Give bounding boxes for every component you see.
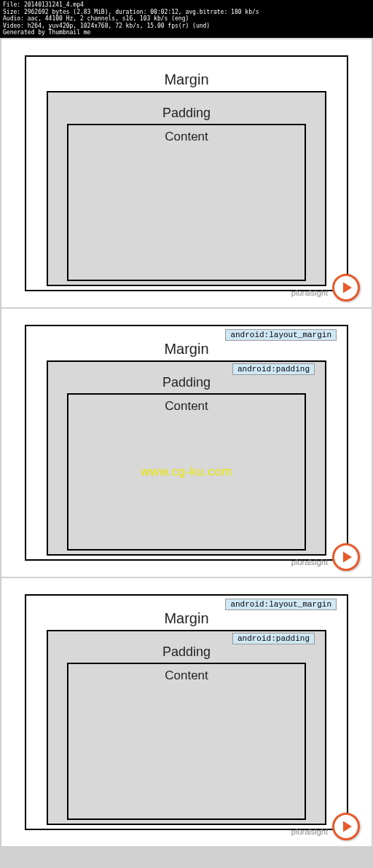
content-label: Content: [68, 664, 305, 683]
slide-1: Margin Padding Content pluralsight: [1, 39, 372, 307]
margin-box: android:layout_margin Margin android:pad…: [25, 325, 348, 561]
play-icon: [341, 820, 354, 833]
play-icon: [341, 281, 354, 294]
play-icon: [341, 551, 354, 564]
padding-code-badge: android:padding: [232, 363, 315, 375]
padding-box: android:padding Padding Content www.cg-k…: [47, 360, 326, 556]
play-button[interactable]: [332, 543, 360, 571]
margin-label: Margin: [47, 610, 326, 627]
padding-box: android:padding Padding Content: [47, 630, 326, 825]
brand-label: pluralsight: [291, 827, 328, 836]
content-box: Content www.cg-ku.com: [67, 393, 306, 551]
slide-2: android:layout_margin Margin android:pad…: [1, 309, 372, 577]
content-label: Content: [68, 125, 305, 144]
padding-box: Padding Content: [47, 91, 326, 286]
padding-label: Padding: [67, 375, 306, 390]
play-button[interactable]: [332, 813, 360, 840]
slide-3: android:layout_margin Margin android:pad…: [1, 578, 372, 846]
margin-code-badge: android:layout_margin: [225, 599, 337, 610]
brand-label: pluralsight: [291, 558, 328, 567]
margin-box: Margin Padding Content: [25, 55, 348, 291]
margin-box: android:layout_margin Margin android:pad…: [25, 594, 348, 830]
padding-code-badge: android:padding: [232, 633, 315, 644]
padding-label: Padding: [67, 106, 306, 121]
play-button[interactable]: [332, 274, 360, 301]
watermark-text: www.cg-ku.com: [141, 465, 232, 479]
margin-code-badge: android:layout_margin: [225, 329, 337, 341]
margin-label: Margin: [47, 341, 326, 358]
content-box: Content: [67, 124, 306, 281]
margin-label: Margin: [47, 71, 326, 88]
padding-label: Padding: [67, 644, 306, 660]
brand-label: pluralsight: [291, 288, 328, 297]
file-metadata-overlay: File: 20140131241_4.mp4 Size: 2962692 by…: [0, 0, 373, 38]
content-label: Content: [68, 395, 305, 414]
content-box: Content: [67, 663, 306, 820]
